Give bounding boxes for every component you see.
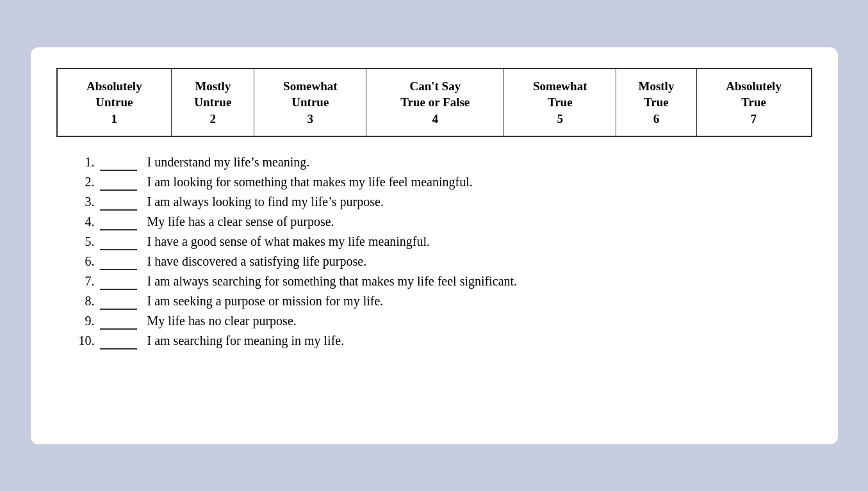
scale-column: Can't SayTrue or False4: [366, 68, 504, 137]
scale-column: SomewhatUntrue3: [254, 68, 366, 137]
question-text: I have discovered a satisfying life purp…: [147, 254, 367, 269]
question-number: 8.: [69, 294, 100, 309]
list-item: 9. My life has no clear purpose.: [69, 314, 812, 330]
list-item: 2. I am looking for something that makes…: [69, 175, 812, 191]
question-text: My life has no clear purpose.: [147, 314, 297, 328]
question-text: I am looking for something that makes my…: [147, 175, 473, 189]
question-text: I am searching for meaning in my life.: [147, 334, 345, 348]
answer-blank: [100, 314, 137, 330]
question-number: 2.: [69, 175, 100, 189]
scale-column: MostlyTrue6: [616, 68, 697, 137]
list-item: 7. I am always searching for something t…: [69, 274, 812, 290]
scale-column: SomewhatTrue5: [504, 68, 616, 137]
list-item: 1. I understand my life’s meaning.: [69, 155, 812, 171]
question-text: I am always searching for something that…: [147, 274, 518, 289]
answer-blank: [100, 294, 137, 310]
answer-blank: [100, 175, 137, 191]
question-text: I have a good sense of what makes my lif…: [147, 234, 430, 249]
answer-blank: [100, 234, 137, 250]
answer-blank: [100, 254, 137, 270]
main-card: AbsolutelyUntrue1MostlyUntrue2SomewhatUn…: [31, 47, 838, 444]
list-item: 3. I am always looking to find my life’s…: [69, 195, 812, 211]
scale-column: AbsolutelyUntrue1: [57, 68, 172, 137]
question-text: I am always looking to find my life’s pu…: [147, 195, 384, 209]
scale-column: MostlyUntrue2: [172, 68, 254, 137]
answer-blank: [100, 155, 137, 171]
question-number: 4.: [69, 214, 100, 229]
question-number: 1.: [69, 155, 100, 170]
list-item: 6. I have discovered a satisfying life p…: [69, 254, 812, 270]
question-number: 7.: [69, 274, 100, 289]
question-number: 5.: [69, 234, 100, 249]
question-text: I am seeking a purpose or mission for my…: [147, 294, 384, 309]
question-number: 3.: [69, 195, 100, 209]
answer-blank: [100, 214, 137, 230]
answer-blank: [100, 334, 137, 350]
answer-blank: [100, 195, 137, 211]
scale-table: AbsolutelyUntrue1MostlyUntrue2SomewhatUn…: [56, 68, 812, 138]
question-text: I understand my life’s meaning.: [147, 155, 310, 170]
question-number: 6.: [69, 254, 100, 269]
scale-column: AbsolutelyTrue7: [696, 68, 811, 137]
answer-blank: [100, 274, 137, 290]
list-item: 10. I am searching for meaning in my lif…: [69, 334, 812, 350]
question-number: 10.: [69, 334, 100, 348]
questions-list: 1. I understand my life’s meaning.2. I a…: [56, 155, 812, 350]
question-number: 9.: [69, 314, 100, 328]
list-item: 8. I am seeking a purpose or mission for…: [69, 294, 812, 310]
list-item: 5. I have a good sense of what makes my …: [69, 234, 812, 250]
question-text: My life has a clear sense of purpose.: [147, 214, 334, 229]
list-item: 4. My life has a clear sense of purpose.: [69, 214, 812, 230]
